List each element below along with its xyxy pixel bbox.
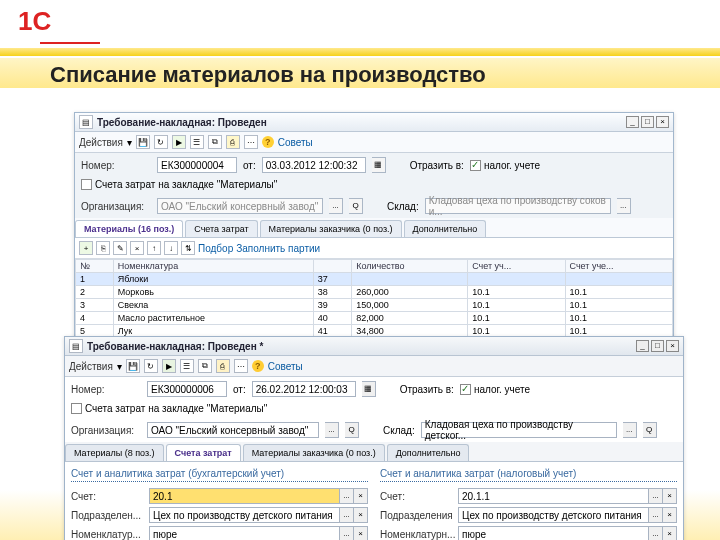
col-qty[interactable]: Количество — [352, 260, 468, 273]
copy-icon[interactable]: ⎘ — [96, 241, 110, 255]
select-icon[interactable]: ... — [340, 507, 354, 523]
select-icon[interactable]: ... — [617, 198, 631, 214]
back-window: ▤ Требование-накладная: Проведен _ □ × Д… — [74, 112, 674, 352]
zapoln-link[interactable]: Заполнить партии — [236, 243, 320, 254]
edit-icon[interactable]: ✎ — [113, 241, 127, 255]
tab-materials[interactable]: Материалы (16 поз.) — [75, 220, 183, 237]
date-picker-icon[interactable]: ▦ — [362, 381, 376, 397]
tab-accounts[interactable]: Счета затрат — [185, 220, 257, 237]
max-icon[interactable]: □ — [651, 340, 664, 352]
col-acc2[interactable]: Счет уче... — [565, 260, 673, 273]
date-label: от: — [233, 384, 246, 395]
actions-label[interactable]: Действия — [69, 361, 113, 372]
select-icon[interactable]: ... — [340, 488, 354, 504]
tab-additional[interactable]: Дополнительно — [387, 444, 470, 461]
date-input[interactable]: 03.03.2012 12:00:32 — [262, 157, 366, 173]
tips-link[interactable]: Советы — [278, 137, 313, 148]
nalog-check[interactable]: налог. учете — [460, 384, 530, 395]
podbor-link[interactable]: Подбор — [198, 243, 233, 254]
right-schet-input[interactable]: 20.1.1 — [458, 488, 649, 504]
org-input[interactable]: ОАО "Ельский консервный завод" — [147, 422, 319, 438]
col-num[interactable]: № — [76, 260, 114, 273]
min-icon[interactable]: _ — [626, 116, 639, 128]
num-input[interactable]: ЕКЗ00000006 — [147, 381, 227, 397]
org-label: Организация: — [81, 201, 151, 212]
save-icon[interactable]: 💾 — [136, 135, 150, 149]
min-icon[interactable]: _ — [636, 340, 649, 352]
num-input[interactable]: ЕКЗ00000004 — [157, 157, 237, 173]
select-icon[interactable]: ... — [649, 488, 663, 504]
table-row: 4Масло растительное4082,00010.110.1 — [76, 312, 673, 325]
refresh-icon[interactable]: ↻ — [144, 359, 158, 373]
refresh-icon[interactable]: ↻ — [154, 135, 168, 149]
select-icon[interactable]: ... — [649, 507, 663, 523]
up-icon[interactable]: ↑ — [147, 241, 161, 255]
select-icon[interactable]: ... — [623, 422, 637, 438]
open-icon[interactable]: Q — [349, 198, 363, 214]
tips-icon[interactable]: ? — [262, 136, 274, 148]
doc-icon: ▤ — [79, 115, 93, 129]
print-icon[interactable]: ⎙ — [226, 135, 240, 149]
right-podr-input[interactable]: Цех по производству детского питания — [458, 507, 649, 523]
sklad-input[interactable]: Кладовая цеха по производству детског... — [421, 422, 617, 438]
right-col: Счет и аналитика затрат (налоговый учет)… — [380, 468, 677, 540]
logo-underline — [40, 42, 100, 44]
add-icon[interactable]: + — [79, 241, 93, 255]
tips-link[interactable]: Советы — [268, 361, 303, 372]
select-icon[interactable]: ... — [649, 526, 663, 540]
date-input[interactable]: 26.02.2012 12:00:03 — [252, 381, 356, 397]
close-icon[interactable]: × — [666, 340, 679, 352]
select-icon[interactable]: ... — [329, 198, 343, 214]
list-icon[interactable]: ☰ — [180, 359, 194, 373]
tab-accounts[interactable]: Счета затрат — [166, 444, 241, 461]
tab-customer-mat[interactable]: Материалы заказчика (0 поз.) — [260, 220, 402, 237]
left-schet-input[interactable]: 20.1 — [149, 488, 340, 504]
zatraty-check[interactable]: Счета затрат на закладке "Материалы" — [81, 179, 277, 190]
clear-icon[interactable]: × — [354, 507, 368, 523]
more-icon[interactable]: ⋯ — [234, 359, 248, 373]
down-icon[interactable]: ↓ — [164, 241, 178, 255]
date-picker-icon[interactable]: ▦ — [372, 157, 386, 173]
post-icon[interactable]: ▶ — [162, 359, 176, 373]
select-icon[interactable]: ... — [340, 526, 354, 540]
front-titlebar[interactable]: ▤ Требование-накладная: Проведен * _ □ × — [65, 337, 683, 356]
back-tabs: Материалы (16 поз.) Счета затрат Материа… — [75, 218, 673, 238]
close-icon[interactable]: × — [656, 116, 669, 128]
tab-materials[interactable]: Материалы (8 поз.) — [65, 444, 164, 461]
clear-icon[interactable]: × — [663, 526, 677, 540]
post-icon[interactable]: ▶ — [172, 135, 186, 149]
left-nom-input[interactable]: пюре — [149, 526, 340, 540]
num-label: Номер: — [71, 384, 141, 395]
col-acc1[interactable]: Счет уч... — [468, 260, 565, 273]
list-icon[interactable]: ☰ — [190, 135, 204, 149]
open-icon[interactable]: Q — [345, 422, 359, 438]
tab-additional[interactable]: Дополнительно — [404, 220, 487, 237]
tips-icon[interactable]: ? — [252, 360, 264, 372]
select-icon[interactable]: ... — [325, 422, 339, 438]
clear-icon[interactable]: × — [663, 488, 677, 504]
more-icon[interactable]: ⋯ — [244, 135, 258, 149]
back-titlebar[interactable]: ▤ Требование-накладная: Проведен _ □ × — [75, 113, 673, 132]
right-nom-input[interactable]: пюре — [458, 526, 649, 540]
open-icon[interactable]: Q — [643, 422, 657, 438]
actions-label[interactable]: Действия — [79, 137, 123, 148]
tree-icon[interactable]: ⧉ — [198, 359, 212, 373]
clear-icon[interactable]: × — [354, 488, 368, 504]
sort-icon[interactable]: ⇅ — [181, 241, 195, 255]
tab-customer-mat[interactable]: Материалы заказчика (0 поз.) — [243, 444, 385, 461]
clear-icon[interactable]: × — [354, 526, 368, 540]
tree-icon[interactable]: ⧉ — [208, 135, 222, 149]
print-icon[interactable]: ⎙ — [216, 359, 230, 373]
col-nomen[interactable]: Номенклатура — [113, 260, 313, 273]
nalog-check[interactable]: налог. учете — [470, 160, 540, 171]
sklad-input[interactable]: Кладовая цеха по производству соков и... — [425, 198, 611, 214]
zatraty-check[interactable]: Счета затрат на закладке "Материалы" — [71, 403, 267, 414]
max-icon[interactable]: □ — [641, 116, 654, 128]
sklad-label: Склад: — [383, 425, 415, 436]
org-input[interactable]: ОАО "Ельский консервный завод" — [157, 198, 323, 214]
delete-icon[interactable]: × — [130, 241, 144, 255]
col-blank[interactable] — [313, 260, 351, 273]
left-podr-input[interactable]: Цех по производству детского питания — [149, 507, 340, 523]
clear-icon[interactable]: × — [663, 507, 677, 523]
save-icon[interactable]: 💾 — [126, 359, 140, 373]
